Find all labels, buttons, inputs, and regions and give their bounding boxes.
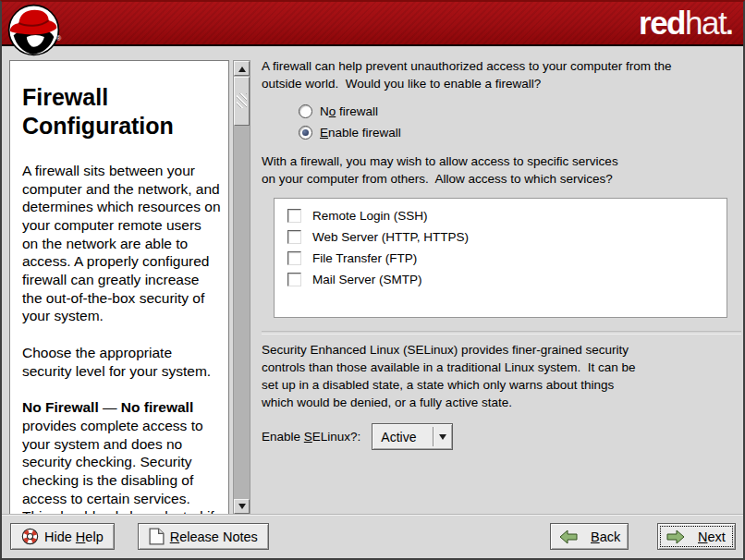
arrow-right-icon [666, 530, 685, 544]
registered-mark-icon: ® [56, 35, 61, 42]
back-button[interactable]: Back [550, 523, 629, 550]
help-paragraph-3: No Firewall — No firewall provides compl… [22, 398, 221, 515]
arrow-left-icon [559, 530, 578, 544]
selinux-dropdown[interactable]: Active [372, 423, 453, 450]
radio-enable-firewall[interactable]: Enable firewall [299, 122, 741, 143]
checkbox-icon[interactable] [287, 251, 301, 265]
wordmark-dot: . [726, 9, 732, 40]
wordmark-hat: hat [685, 5, 726, 41]
help-title: Firewall Configuration [22, 83, 221, 140]
next-label: Next [698, 530, 726, 544]
radio-enable-firewall-label: Enable firewall [320, 126, 401, 140]
service-row-http[interactable]: Web Server (HTTP, HTTPS) [287, 226, 727, 248]
checkbox-icon[interactable] [287, 209, 301, 223]
radio-no-firewall-label: No firewall [320, 104, 378, 118]
redhat-wordmark: redhat. [639, 5, 732, 43]
help-scrollbar[interactable] [233, 60, 250, 515]
hide-help-button[interactable]: Hide Help [10, 523, 115, 550]
selinux-dropdown-value: Active [372, 430, 433, 444]
hide-help-label: Hide Help [44, 530, 104, 544]
firewall-radio-group: No firewall Enable firewall [299, 101, 741, 143]
checkbox-icon[interactable] [287, 273, 301, 286]
next-button[interactable]: Next [657, 523, 736, 550]
document-icon [149, 528, 165, 545]
selinux-label: Enable SELinux?: [262, 430, 360, 444]
services-question: With a firewall, you may wish to allow a… [262, 152, 741, 188]
header-texture [2, 2, 743, 44]
release-notes-label: Release Notes [170, 530, 258, 544]
button-bar: Hide Help Release Notes Bac [2, 514, 743, 558]
firewall-intro-line2: outside world. Would you like to enable … [262, 75, 741, 92]
firewall-intro-line1: A firewall can help prevent unauthorized… [262, 57, 741, 75]
scrollbar-thumb[interactable] [234, 77, 250, 126]
release-notes-button[interactable]: Release Notes [138, 523, 269, 550]
checkbox-icon[interactable] [287, 230, 301, 244]
header-banner [2, 2, 743, 46]
help-paragraph-2: Choose the appropriate security level fo… [22, 344, 221, 380]
service-row-smtp[interactable]: Mail Server (SMTP) [287, 269, 727, 290]
redhat-shadowman-icon [7, 4, 60, 56]
arrow-down-icon[interactable] [234, 499, 250, 514]
installer-window: ® redhat. Firewall Configuration A firew… [0, 0, 745, 560]
service-row-ftp[interactable]: File Transfer (FTP) [287, 248, 727, 269]
help-paragraph-1: A firewall sits between your computer an… [22, 162, 221, 325]
radio-button-selected-icon[interactable] [299, 126, 312, 140]
selinux-setting-row: Enable SELinux?: Active [262, 423, 741, 450]
service-row-ssh[interactable]: Remote Login (SSH) [287, 205, 727, 226]
arrow-up-icon[interactable] [234, 61, 250, 76]
chevron-down-icon [434, 430, 452, 444]
back-label: Back [591, 530, 620, 544]
firewall-config-panel: A firewall can help prevent unauthorized… [262, 57, 741, 450]
radio-no-firewall[interactable]: No firewall [299, 101, 741, 122]
selinux-description: Security Enhanced Linux (SELinux) provid… [262, 341, 741, 411]
radio-button-icon[interactable] [299, 104, 312, 118]
lifebuoy-icon [21, 528, 39, 545]
wordmark-red: red [639, 5, 685, 41]
section-separator [262, 331, 741, 335]
help-panel: Firewall Configuration A firewall sits b… [9, 60, 229, 515]
services-list: Remote Login (SSH) Web Server (HTTP, HTT… [274, 198, 727, 318]
